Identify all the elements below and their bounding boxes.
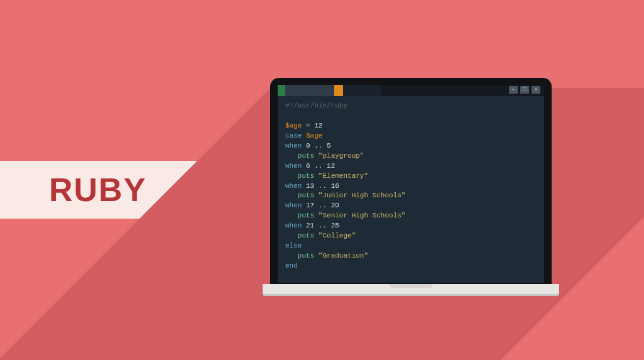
- code-block: #!/usr/bin/ruby $age = 12 case $age when…: [278, 96, 544, 271]
- laptop-bezel: − □ × #!/usr/bin/ruby $age = 12 case $ag…: [270, 78, 552, 284]
- laptop-notch: [389, 284, 433, 288]
- tab-active-indicator: [278, 85, 285, 96]
- minimize-button[interactable]: −: [509, 86, 518, 94]
- tab-1[interactable]: [285, 85, 334, 96]
- editor-tabbar: [278, 85, 544, 96]
- tab-modified-indicator: [334, 85, 343, 96]
- laptop-base: [263, 284, 559, 294]
- laptop: − □ × #!/usr/bin/ruby $age = 12 case $ag…: [270, 78, 552, 294]
- window-controls: − □ ×: [509, 86, 540, 94]
- code-shebang: #!/usr/bin/ruby: [285, 102, 347, 109]
- close-button[interactable]: ×: [532, 86, 540, 94]
- maximize-button[interactable]: □: [520, 86, 529, 94]
- code-var: $age: [285, 122, 302, 129]
- editor-screen: − □ × #!/usr/bin/ruby $age = 12 case $ag…: [278, 85, 544, 283]
- title-text: RUBY: [49, 171, 146, 209]
- tab-2[interactable]: [343, 85, 381, 96]
